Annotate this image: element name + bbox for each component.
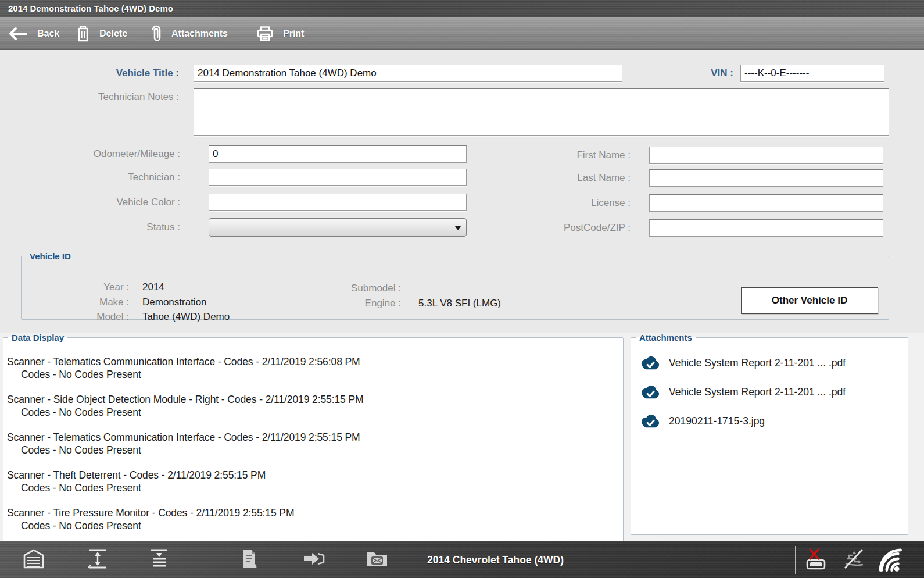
usb-status-indicator[interactable] bbox=[841, 541, 868, 578]
wifi-icon bbox=[873, 545, 903, 575]
vehicle-color-input[interactable] bbox=[209, 194, 467, 211]
entry-detail: Codes - No Codes Present bbox=[7, 519, 618, 532]
entry-title: Scanner - Theft Deterrent - Codes - 2/11… bbox=[7, 469, 618, 481]
year-value: 2014 bbox=[142, 281, 164, 294]
make-value: Demonstration bbox=[142, 296, 207, 309]
print-label: Print bbox=[283, 28, 304, 39]
cloud-check-icon bbox=[639, 355, 661, 372]
data-display-entry[interactable]: Scanner - Theft Deterrent - Codes - 2/11… bbox=[7, 469, 618, 494]
entry-detail: Codes - No Codes Present bbox=[7, 406, 618, 419]
year-label: Year : bbox=[45, 281, 129, 294]
other-vehicle-id-button[interactable]: Other Vehicle ID bbox=[741, 287, 878, 314]
printer-icon bbox=[256, 26, 274, 42]
expand-rows-icon bbox=[86, 548, 109, 572]
arrow-into-slot-icon bbox=[302, 549, 326, 571]
footer-divider bbox=[795, 546, 796, 574]
vehicle-report-button[interactable]: ! bbox=[239, 541, 261, 578]
attachment-item[interactable]: Vehicle System Report 2-11-201 ... .pdf bbox=[639, 383, 908, 401]
print-button[interactable]: Print bbox=[256, 17, 304, 50]
odometer-label: Odometer/Mileage : bbox=[46, 145, 180, 163]
postcode-label: PostCode/ZIP : bbox=[497, 219, 631, 237]
vehicle-record-window: 2014 Demonstration Tahoe (4WD) Demo Back… bbox=[0, 0, 924, 578]
expand-view-button[interactable] bbox=[86, 541, 109, 578]
attachments-section: Attachments Vehicle System Report 2-11-2… bbox=[631, 333, 908, 535]
vehicle-title-input[interactable] bbox=[194, 65, 622, 82]
attachments-label: Attachments bbox=[171, 28, 228, 39]
technician-label: Technician : bbox=[46, 169, 180, 186]
attachment-item[interactable]: Vehicle System Report 2-11-201 ... .pdf bbox=[639, 354, 908, 372]
entry-title: Scanner - Telematics Communication Inter… bbox=[7, 355, 618, 368]
technician-notes-textarea[interactable] bbox=[194, 88, 889, 136]
engine-value: 5.3L V8 SFI (LMG) bbox=[418, 297, 501, 310]
entry-detail: Codes - No Codes Present bbox=[7, 481, 618, 494]
license-label: License : bbox=[497, 194, 631, 212]
model-value: Tahoe (4WD) Demo bbox=[142, 311, 230, 323]
vehicle-title-label: Vehicle Title : bbox=[46, 65, 179, 82]
cloud-check-icon bbox=[639, 384, 661, 401]
entry-detail: Codes - No Codes Present bbox=[7, 444, 618, 456]
entry-title: Scanner - Tire Pressure Monitor - Codes … bbox=[7, 506, 618, 519]
device-disconnected-icon bbox=[803, 546, 828, 574]
home-garage-icon bbox=[23, 548, 45, 572]
model-label: Model : bbox=[45, 311, 129, 323]
vin-input[interactable] bbox=[740, 65, 884, 82]
vin-label: VIN : bbox=[662, 65, 733, 82]
data-display-entry[interactable]: Scanner - Telematics Communication Inter… bbox=[7, 355, 618, 381]
back-button[interactable]: Back bbox=[8, 17, 59, 50]
paperclip-icon bbox=[151, 24, 162, 43]
attachment-item[interactable]: 20190211-1715-3.jpg bbox=[639, 412, 908, 430]
engine-label: Engine : bbox=[277, 297, 401, 310]
data-display-entry[interactable]: Scanner - Tire Pressure Monitor - Codes … bbox=[7, 506, 618, 532]
bottom-toolbar: ! 2014 Chevrolet Tahoe (4WD) bbox=[0, 541, 924, 578]
attachment-name: Vehicle System Report 2-11-201 ... .pdf bbox=[669, 386, 846, 398]
collapse-view-button[interactable] bbox=[148, 541, 171, 578]
delete-button[interactable]: Delete bbox=[76, 17, 127, 50]
technician-input[interactable] bbox=[209, 169, 467, 186]
scan-module-status-indicator[interactable] bbox=[803, 541, 828, 578]
window-title-bar: 2014 Demonstration Tahoe (4WD) Demo bbox=[0, 0, 924, 17]
active-vehicle-label: 2014 Chevrolet Tahoe (4WD) bbox=[427, 541, 564, 578]
main-toolbar: Back Delete Attachments Print bbox=[0, 17, 924, 50]
data-display-entry[interactable]: Scanner - Telematics Communication Inter… bbox=[7, 431, 618, 456]
entry-title: Scanner - Side Object Detection Module -… bbox=[7, 393, 618, 406]
exit-vehicle-button[interactable] bbox=[302, 541, 326, 578]
data-display-entry[interactable]: Scanner - Side Object Detection Module -… bbox=[7, 393, 618, 419]
attachments-list: Vehicle System Report 2-11-201 ... .pdf … bbox=[631, 342, 908, 430]
attachment-name: 20190211-1715-3.jpg bbox=[669, 415, 765, 427]
vehicle-record-form: Vehicle Title : VIN : Technician Notes :… bbox=[0, 50, 924, 329]
submodel-label: Submodel : bbox=[277, 282, 401, 295]
wifi-status-indicator[interactable] bbox=[873, 541, 903, 578]
technician-notes-label: Technician Notes : bbox=[46, 88, 179, 106]
status-label: Status : bbox=[46, 219, 180, 236]
spacer-strip bbox=[0, 329, 924, 333]
odometer-input[interactable] bbox=[209, 145, 467, 163]
vehicle-id-body: Year : 2014 Make : Demonstration Model :… bbox=[22, 261, 889, 319]
data-manager-button[interactable] bbox=[366, 541, 389, 578]
document-warning-icon: ! bbox=[239, 548, 261, 572]
collapse-rows-icon bbox=[148, 548, 171, 572]
svg-text:!: ! bbox=[252, 562, 253, 568]
status-select[interactable] bbox=[209, 218, 467, 237]
first-name-label: First Name : bbox=[497, 147, 631, 164]
trash-icon bbox=[76, 25, 90, 42]
attachment-name: Vehicle System Report 2-11-201 ... .pdf bbox=[669, 357, 846, 369]
data-display-section: Data Display Scanner - Telematics Commun… bbox=[3, 333, 624, 542]
make-label: Make : bbox=[45, 296, 129, 309]
cloud-check-icon bbox=[639, 413, 661, 430]
chevron-down-icon bbox=[455, 226, 461, 230]
data-display-legend: Data Display bbox=[8, 333, 67, 342]
back-label: Back bbox=[37, 28, 59, 39]
last-name-input[interactable] bbox=[649, 169, 883, 187]
attachments-button[interactable]: Attachments bbox=[151, 17, 228, 50]
footer-divider bbox=[205, 546, 205, 574]
content-area: Data Display Scanner - Telematics Commun… bbox=[0, 329, 924, 541]
vehicle-id-legend: Vehicle ID bbox=[26, 251, 74, 261]
vehicle-id-section: Vehicle ID Year : 2014 Make : Demonstrat… bbox=[21, 251, 889, 320]
last-name-label: Last Name : bbox=[497, 169, 631, 187]
entry-title: Scanner - Telematics Communication Inter… bbox=[7, 431, 618, 444]
home-button[interactable] bbox=[23, 541, 45, 578]
license-input[interactable] bbox=[649, 194, 883, 212]
postcode-input[interactable] bbox=[649, 219, 883, 237]
first-name-input[interactable] bbox=[649, 147, 883, 164]
window-title: 2014 Demonstration Tahoe (4WD) Demo bbox=[8, 0, 173, 17]
